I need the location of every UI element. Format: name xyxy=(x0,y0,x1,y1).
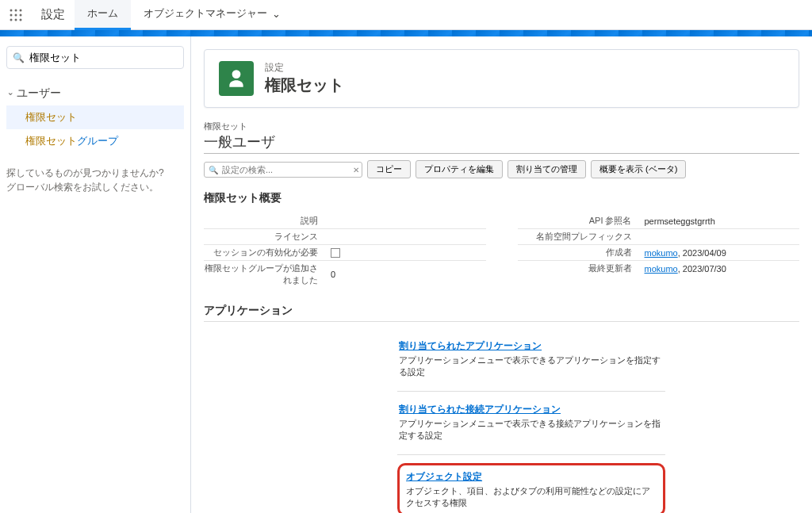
sidebar-item-label-highlight: 権限セット xyxy=(25,135,77,147)
chevron-down-icon: › xyxy=(6,92,15,94)
overview-row: API 参照名 permseteggstgrrth xyxy=(518,213,800,228)
overview-value: mokumo, 2023/07/30 xyxy=(645,264,800,274)
overview-label: 権限セットグループが追加されました xyxy=(204,262,331,286)
overview-label: 最終更新者 xyxy=(518,262,645,274)
tree-group-label: ユーザー xyxy=(17,86,61,101)
app-link-item: 割り当てられたアプリケーションアプリケーションメニューで表示できるアプリケーショ… xyxy=(397,336,665,381)
overview-label: ライセンス xyxy=(204,231,331,243)
overview-row: ライセンス xyxy=(204,228,486,244)
svg-point-4 xyxy=(15,13,17,16)
svg-point-1 xyxy=(15,9,17,11)
search-icon: 🔍 xyxy=(13,52,25,63)
app-link-title[interactable]: 割り当てられたアプリケーション xyxy=(399,339,664,353)
page-header: 設定 権限セット xyxy=(204,49,799,108)
sidebar-footer: 探しているものが見つかりませんか? グローバル検索をお試しください。 xyxy=(6,166,184,194)
overview-row: 作成者 mokumo, 2023/04/09 xyxy=(518,244,800,260)
edit-properties-button[interactable]: プロパティを編集 xyxy=(416,160,503,178)
legacy-title: 一般ユーザ xyxy=(204,132,799,154)
creator-date: , 2023/04/09 xyxy=(678,248,726,258)
app-link-desc: アプリケーションメニューで表示できるアプリケーションを指定する設定 xyxy=(399,354,664,378)
checkbox-unchecked-icon[interactable] xyxy=(331,248,340,258)
svg-point-7 xyxy=(15,18,17,21)
apps-section-title: アプリケーション xyxy=(204,304,799,322)
overview-row: 最終更新者 mokumo, 2023/07/30 xyxy=(518,260,800,276)
copy-button[interactable]: コピー xyxy=(367,160,411,178)
svg-point-2 xyxy=(20,9,22,11)
overview-row: セッションの有効化が必要 xyxy=(204,244,486,260)
overview-label: 説明 xyxy=(204,215,331,227)
legacy-eyebrow: 権限セット xyxy=(204,121,799,132)
svg-point-6 xyxy=(10,18,13,21)
tab-home-label: ホーム xyxy=(87,6,118,21)
modifier-date: , 2023/07/30 xyxy=(678,264,726,274)
search-icon: 🔍 xyxy=(209,165,218,174)
overview-label: 作成者 xyxy=(518,247,645,258)
app-link-item: 割り当てられた接続アプリケーションアプリケーションメニューで表示できる接続アプリ… xyxy=(397,400,665,445)
app-link-desc: オブジェクト、項目、およびタブの利用可能性などの設定にアクセスする権限 xyxy=(406,485,657,509)
sidebar-footer-line1: 探しているものが見つかりませんか? xyxy=(6,166,184,180)
app-launcher-icon[interactable] xyxy=(0,8,32,22)
divider xyxy=(397,391,665,392)
sidebar-item-permission-set-groups[interactable]: 権限セットグループ xyxy=(6,129,184,153)
sidebar-item-label: 権限セット xyxy=(25,111,77,123)
app-link-desc: アプリケーションメニューで表示できる接続アプリケーションを指定する設定 xyxy=(399,418,664,442)
app-link-title[interactable]: 割り当てられた接続アプリケーション xyxy=(399,403,664,416)
overview-value: 0 xyxy=(331,270,486,279)
sidebar-item-label-rest: グループ xyxy=(77,135,118,147)
svg-point-0 xyxy=(10,9,13,11)
overview-value: permseteggstgrrth xyxy=(645,216,800,226)
tab-object-manager[interactable]: オブジェクトマネージャー ⌄ xyxy=(131,0,293,30)
overview-label: セッションの有効化が必要 xyxy=(204,247,331,258)
overview-row: 説明 xyxy=(204,213,486,228)
page-eyebrow: 設定 xyxy=(265,61,344,75)
sidebar-search-input[interactable] xyxy=(6,46,184,69)
manage-assignments-button[interactable]: 割り当ての管理 xyxy=(508,160,586,178)
sidebar-search: 🔍 xyxy=(6,46,184,69)
tab-object-manager-label: オブジェクトマネージャー xyxy=(144,6,267,21)
overview-row: 権限セットグループが追加されました 0 xyxy=(204,260,486,288)
sidebar-item-permission-sets[interactable]: 権限セット xyxy=(6,105,184,129)
overview-label: 名前空間プレフィックス xyxy=(518,231,645,243)
overview-value xyxy=(331,247,486,258)
overview-value: mokumo, 2023/04/09 xyxy=(645,248,800,258)
creator-link[interactable]: mokumo xyxy=(645,248,678,258)
show-overview-button[interactable]: 概要を表示 (ベータ) xyxy=(591,160,686,178)
divider xyxy=(397,454,665,455)
overview-label: API 参照名 xyxy=(518,215,645,227)
header-title: 設定 xyxy=(32,7,75,22)
svg-point-5 xyxy=(20,13,22,16)
clear-icon[interactable]: ✕ xyxy=(353,165,359,174)
tab-home[interactable]: ホーム xyxy=(75,0,131,30)
app-link-title[interactable]: オブジェクト設定 xyxy=(406,470,657,484)
sidebar-footer-line2: グローバル検索をお試しください。 xyxy=(6,180,184,194)
page-title: 権限セット xyxy=(265,75,344,96)
sidebar: 🔍 › ユーザー 権限セット 権限セットグループ 探しているものが見つかりません… xyxy=(0,36,190,513)
modifier-link[interactable]: mokumo xyxy=(645,264,678,274)
svg-point-8 xyxy=(20,18,22,21)
app-link-item: オブジェクト設定オブジェクト、項目、およびタブの利用可能性などの設定にアクセスす… xyxy=(397,463,665,513)
permission-set-icon xyxy=(219,61,254,96)
overview-row: 名前空間プレフィックス xyxy=(518,228,800,244)
overview-section-title: 権限セット概要 xyxy=(204,191,799,205)
tree-group-users[interactable]: › ユーザー xyxy=(6,82,184,105)
chevron-down-icon: ⌄ xyxy=(272,8,281,20)
svg-point-3 xyxy=(10,13,13,16)
banner-decoration xyxy=(0,30,812,36)
settings-search-input[interactable] xyxy=(204,162,362,178)
